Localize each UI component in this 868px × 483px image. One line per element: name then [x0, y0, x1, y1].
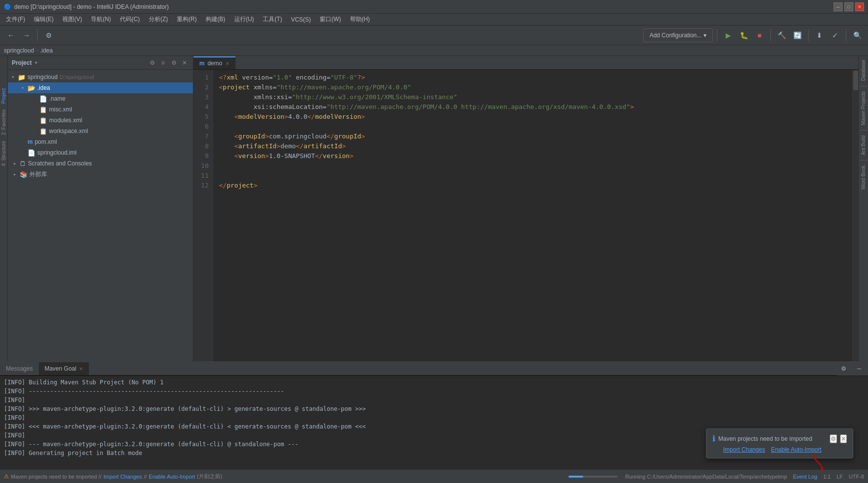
minimize-btn[interactable]: ─ — [834, 2, 842, 11]
notification-close-btn[interactable]: ✕ — [840, 434, 847, 443]
menu-refactor[interactable]: 重构(R) — [173, 14, 201, 25]
right-tab-ant[interactable]: Ant Build — [859, 132, 868, 159]
tree-item-name[interactable]: ▸ 📄 .name — [8, 93, 193, 104]
editor-scrollbar[interactable] — [852, 70, 858, 361]
tree-item-modules-xml[interactable]: ▸ 📋 modules.xml — [8, 115, 193, 126]
bottom-collapse-btn[interactable]: ─ — [852, 362, 866, 376]
tree-label-idea: .idea — [37, 84, 50, 91]
status-warning-icon: ⚠ — [4, 473, 9, 480]
vcs-commit-btn[interactable]: ✓ — [828, 28, 842, 42]
filter-project-btn[interactable]: ≡ — [159, 58, 167, 67]
menu-vcs[interactable]: VCS(S) — [287, 15, 315, 24]
tab-m-icon: m — [199, 60, 205, 67]
notification-gear-btn[interactable]: ⚙ — [830, 434, 837, 443]
right-tab-maven[interactable]: Maven Projects — [859, 87, 868, 129]
vcs-update-btn[interactable]: ⬇ — [813, 28, 826, 42]
code-editor[interactable]: <?xml version="1.0" encoding="UTF-8"?> <… — [213, 70, 858, 361]
settings-project-btn[interactable]: ⚙ — [169, 58, 178, 67]
tree-path-springcloud: D:\springcloud — [59, 74, 94, 80]
right-sidebar: Database Maven Projects Ant Build Word B… — [858, 56, 868, 361]
maximize-btn[interactable]: □ — [844, 2, 853, 11]
add-configuration-button[interactable]: Add Configuration... ▾ — [643, 28, 713, 42]
menu-view[interactable]: 视图(V) — [58, 14, 86, 25]
right-tab-database[interactable]: Database — [859, 56, 868, 85]
log-line-4: [INFO] >>> maven-archetype-plugin:3.2.0:… — [4, 404, 864, 413]
menu-file[interactable]: 文件(F) — [2, 14, 29, 25]
stop-btn[interactable]: ■ — [753, 28, 766, 42]
messages-tab-label: Messages — [6, 365, 33, 372]
bottom-tab-maven-goal[interactable]: Maven Goal ✕ — [39, 362, 89, 375]
tab-close-btn[interactable]: ✕ — [225, 61, 229, 66]
structure-sidebar-toggle[interactable]: 4: Structure — [0, 138, 7, 169]
editor-content[interactable]: 1234 5678 9101112 <?xml version="1.0" en… — [193, 70, 858, 361]
project-sidebar-toggle[interactable]: Project — [0, 85, 7, 107]
status-import-changes-link[interactable]: Import Changes — [104, 474, 142, 480]
iml-file-icon: 📄 — [27, 149, 35, 157]
menu-help[interactable]: 帮助(H) — [346, 14, 374, 25]
breadcrumb-idea[interactable]: .idea — [40, 47, 53, 54]
bottom-tab-messages[interactable]: Messages — [0, 362, 39, 375]
favorites-sidebar-toggle[interactable]: 2: Favorites — [0, 107, 7, 138]
tree-item-pom-xml[interactable]: ▸ m pom.xml — [8, 136, 193, 147]
tree-item-springcloud-root[interactable]: ▾ 📁 springcloud D:\springcloud — [8, 72, 193, 82]
tab-label-demo: demo — [208, 60, 222, 67]
log-line-5: [INFO] — [4, 413, 864, 422]
tree-item-springcloud-iml[interactable]: ▸ 📄 springcloud.iml — [8, 147, 193, 158]
menu-build[interactable]: 构建(B) — [202, 14, 229, 25]
menu-window[interactable]: 窗口(W) — [316, 14, 345, 25]
tree-item-external-lib[interactable]: ▸ 📚 外部库 — [8, 169, 193, 180]
settings-btn[interactable]: ⚙ — [42, 28, 55, 42]
menu-edit[interactable]: 编辑(E) — [30, 14, 57, 25]
run-btn[interactable]: ▶ — [721, 28, 735, 42]
rebuild-btn[interactable]: 🔄 — [790, 28, 804, 42]
right-tab-wordbook[interactable]: Word Book — [859, 161, 868, 193]
search-everywhere-btn[interactable]: 🔍 — [850, 28, 864, 42]
menu-code[interactable]: 代码(C) — [116, 14, 144, 25]
arrow-annotation — [804, 454, 823, 473]
scrollbar-thumb[interactable] — [853, 71, 858, 90]
notification-actions: Import Changes Enable Auto-Import — [712, 446, 847, 453]
editor-tab-demo[interactable]: m demo ✕ — [193, 56, 236, 69]
notification-header: ℹ Maven projects need to be imported ⚙ ✕ — [712, 434, 847, 443]
forward-btn[interactable]: → — [20, 28, 33, 42]
event-log-btn[interactable]: Event Log — [793, 474, 817, 480]
debug-btn[interactable]: 🐛 — [737, 28, 751, 42]
right-tab-separator-2 — [860, 130, 868, 131]
menu-analyze[interactable]: 分析(Z) — [145, 14, 172, 25]
scratches-icon: 🗒 — [20, 160, 26, 167]
tree-label-modules-xml: modules.xml — [49, 117, 82, 124]
tree-item-misc-xml[interactable]: ▸ 📋 misc.xml — [8, 104, 193, 115]
external-lib-icon: 📚 — [20, 171, 27, 178]
tree-item-scratches[interactable]: ▸ 🗒 Scratches and Consoles — [8, 158, 193, 169]
editor-area: m demo ✕ 1234 5678 9101112 <?xml version… — [193, 56, 858, 361]
bottom-settings-btn[interactable]: ⚙ — [837, 362, 850, 376]
menu-tools[interactable]: 工具(T) — [259, 14, 286, 25]
tree-label-name: .name — [49, 95, 65, 102]
notification-enable-auto-import-btn[interactable]: Enable Auto-Import — [771, 446, 821, 453]
back-btn[interactable]: ← — [4, 28, 18, 42]
menubar: 文件(F) 编辑(E) 视图(V) 导航(N) 代码(C) 分析(Z) 重构(R… — [0, 14, 868, 26]
project-tree: ▾ 📁 springcloud D:\springcloud ▾ 📂 .idea… — [8, 70, 193, 361]
build-btn[interactable]: 🔨 — [775, 28, 788, 42]
tree-item-idea[interactable]: ▾ 📂 .idea — [8, 82, 193, 93]
name-file-icon: 📄 — [39, 95, 47, 103]
idea-folder-icon: 📂 — [27, 84, 35, 92]
menu-run[interactable]: 运行(U) — [230, 14, 258, 25]
status-enable-auto-import-link[interactable]: Enable Auto-Import — [149, 474, 195, 480]
close-project-panel-btn[interactable]: ✕ — [180, 58, 189, 67]
bottom-panel-toolbar: ⚙ ─ — [837, 362, 868, 376]
right-tab-separator-3 — [860, 160, 868, 161]
sync-project-btn[interactable]: ⚙ — [148, 58, 157, 67]
svg-marker-0 — [821, 468, 823, 471]
pom-xml-m-icon: m — [27, 138, 33, 145]
editor-tabs: m demo ✕ — [193, 56, 858, 70]
maven-goal-tab-close[interactable]: ✕ — [79, 366, 83, 372]
tree-label-pom-xml: pom.xml — [35, 138, 57, 145]
breadcrumb-springcloud[interactable]: springcloud — [4, 47, 34, 54]
close-btn[interactable]: ✕ — [855, 2, 864, 11]
notification-import-changes-btn[interactable]: Import Changes — [723, 446, 765, 453]
menu-navigate[interactable]: 导航(N) — [87, 14, 115, 25]
maven-goal-tab-label: Maven Goal — [45, 365, 77, 372]
tree-item-workspace-xml[interactable]: ▸ 📋 workspace.xml — [8, 126, 193, 136]
window-controls: ─ □ ✕ — [834, 2, 864, 11]
